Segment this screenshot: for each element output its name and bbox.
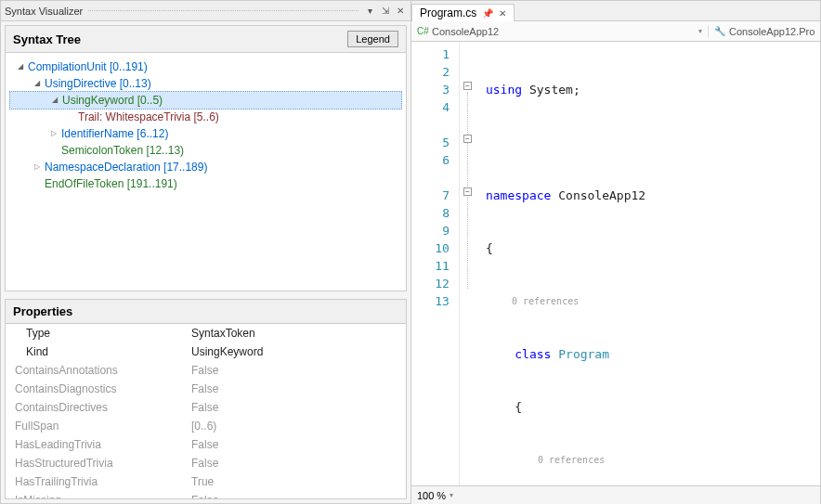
zoom-bar: 100 % ▾ bbox=[411, 485, 820, 504]
tree-node[interactable]: CompilationUnit [0..191) bbox=[9, 58, 402, 75]
tree-node-label: UsingDirective [0..13) bbox=[45, 75, 151, 92]
prop-key: HasLeadingTrivia bbox=[6, 435, 182, 454]
context-member[interactable]: 🔧 ConsoleApp12.Pro bbox=[709, 26, 820, 37]
tree-node-label: CompilationUnit [0..191) bbox=[28, 58, 148, 75]
toggle-icon[interactable] bbox=[15, 61, 26, 72]
tree-node-label: Trail: WhitespaceTrivia [5..6) bbox=[78, 109, 219, 125]
context-bar: C# ConsoleApp12 ▾ 🔧 ConsoleApp12.Pro bbox=[411, 21, 820, 42]
props-body[interactable]: TypeSyntaxTokenKindUsingKeywordContainsA… bbox=[6, 324, 406, 498]
prop-val: False bbox=[182, 380, 406, 398]
tree-node-label: UsingKeyword [0..5) bbox=[62, 92, 163, 109]
tree-node[interactable]: SemicolonToken [12..13) bbox=[9, 142, 402, 159]
code-area[interactable]: using System; namespace ConsoleApp12 { 0… bbox=[480, 42, 820, 485]
prop-row[interactable]: IsMissingFalse bbox=[6, 491, 406, 498]
dropdown-icon[interactable]: ▾ bbox=[364, 5, 377, 18]
prop-key: Type bbox=[6, 324, 182, 342]
tree-node-label: EndOfFileToken [191..191) bbox=[45, 175, 177, 192]
fold-box-icon[interactable]: − bbox=[463, 187, 472, 196]
codelens-references[interactable]: 0 references bbox=[486, 451, 605, 469]
prop-row: TypeSyntaxToken bbox=[6, 324, 406, 342]
props-header: Properties bbox=[6, 300, 406, 324]
tab-label: Program.cs bbox=[420, 6, 476, 19]
toggle-icon[interactable] bbox=[49, 95, 60, 106]
chevron-down-icon[interactable]: ▾ bbox=[450, 491, 453, 499]
csharp-icon: C# bbox=[417, 26, 428, 37]
prop-key: FullSpan bbox=[6, 417, 182, 435]
prop-row[interactable]: FullSpan[0..6) bbox=[6, 417, 406, 435]
prop-key: Kind bbox=[6, 342, 182, 361]
prop-row: KindUsingKeyword bbox=[6, 342, 406, 361]
prop-key: ContainsDirectives bbox=[6, 398, 182, 417]
fold-box-icon[interactable]: − bbox=[463, 82, 472, 90]
properties-section: Properties TypeSyntaxTokenKindUsingKeywo… bbox=[5, 299, 407, 499]
panel-title: Syntax Visualizer bbox=[5, 6, 83, 17]
pin-icon[interactable]: ⇲ bbox=[379, 5, 392, 18]
context-left-label: ConsoleApp12 bbox=[432, 26, 499, 37]
syntax-tree-section: Syntax Tree Legend CompilationUnit [0..1… bbox=[5, 25, 407, 291]
prop-row[interactable]: ContainsDiagnosticsFalse bbox=[6, 380, 406, 398]
prop-row[interactable]: ContainsDirectivesFalse bbox=[6, 398, 406, 417]
tree-node[interactable]: UsingKeyword [0..5) bbox=[9, 91, 402, 110]
toggle-spacer bbox=[48, 145, 59, 156]
prop-val: False bbox=[182, 435, 406, 454]
tree-node-label: IdentifierName [6..12) bbox=[61, 125, 168, 142]
context-right-label: ConsoleApp12.Pro bbox=[729, 26, 814, 37]
tree-title: Syntax Tree bbox=[13, 32, 81, 46]
syntax-visualizer-panel: Syntax Visualizer ▾ ⇲ ✕ Syntax Tree Lege… bbox=[0, 0, 411, 504]
toggle-spacer bbox=[65, 111, 76, 123]
tree-node[interactable]: UsingDirective [0..13) bbox=[9, 75, 402, 92]
codelens-references[interactable]: 0 references bbox=[486, 292, 579, 310]
prop-val: False bbox=[182, 361, 406, 380]
toggle-icon[interactable] bbox=[48, 128, 59, 139]
prop-val: SyntaxToken bbox=[182, 324, 406, 342]
tree-node[interactable]: Trail: WhitespaceTrivia [5..6) bbox=[9, 109, 402, 125]
toggle-spacer bbox=[32, 178, 43, 189]
prop-row[interactable]: HasStructuredTriviaFalse bbox=[6, 454, 406, 472]
props-title: Properties bbox=[13, 304, 72, 318]
tree-node-label: NamespaceDeclaration [17..189) bbox=[45, 159, 207, 175]
legend-button[interactable]: Legend bbox=[347, 31, 398, 47]
close-icon[interactable]: ✕ bbox=[499, 8, 506, 19]
prop-val: True bbox=[182, 472, 406, 491]
prop-val: False bbox=[182, 491, 406, 498]
tree-body[interactable]: CompilationUnit [0..191)UsingDirective [… bbox=[6, 53, 406, 291]
prop-key: ContainsAnnotations bbox=[6, 361, 182, 380]
prop-val: UsingKeyword bbox=[182, 342, 406, 361]
prop-key: HasStructuredTrivia bbox=[6, 454, 182, 472]
file-tab[interactable]: Program.cs 📌 ✕ bbox=[411, 4, 515, 21]
panel-grip[interactable] bbox=[88, 10, 358, 11]
code-editor[interactable]: 1234 56 78910111213 − − − using System; … bbox=[411, 42, 820, 485]
prop-key: ContainsDiagnostics bbox=[6, 380, 182, 398]
tree-node[interactable]: NamespaceDeclaration [17..189) bbox=[9, 159, 402, 175]
context-project[interactable]: C# ConsoleApp12 ▾ bbox=[411, 26, 709, 37]
wrench-icon: 🔧 bbox=[714, 26, 725, 37]
prop-val: False bbox=[182, 398, 406, 417]
prop-val: [0..6) bbox=[182, 417, 406, 435]
prop-key: IsMissing bbox=[6, 491, 182, 498]
line-gutter: 1234 56 78910111213 bbox=[411, 42, 460, 485]
tab-strip: Program.cs 📌 ✕ bbox=[411, 1, 820, 21]
prop-row[interactable]: HasLeadingTriviaFalse bbox=[6, 435, 406, 454]
tree-node[interactable]: EndOfFileToken [191..191) bbox=[9, 175, 402, 192]
pin-icon[interactable]: 📌 bbox=[482, 8, 493, 19]
close-icon[interactable]: ✕ bbox=[394, 5, 407, 18]
chevron-down-icon[interactable]: ▾ bbox=[698, 27, 702, 35]
outline-column[interactable]: − − − bbox=[460, 42, 480, 485]
prop-row[interactable]: HasTrailingTriviaTrue bbox=[6, 472, 406, 491]
toggle-icon[interactable] bbox=[32, 78, 43, 89]
tree-header: Syntax Tree Legend bbox=[6, 26, 406, 53]
props-table: TypeSyntaxTokenKindUsingKeywordContainsA… bbox=[6, 324, 406, 498]
prop-key: HasTrailingTrivia bbox=[6, 472, 182, 491]
tree-node[interactable]: IdentifierName [6..12) bbox=[9, 125, 402, 142]
editor-panel: Program.cs 📌 ✕ C# ConsoleApp12 ▾ 🔧 Conso… bbox=[411, 0, 821, 504]
panel-title-bar: Syntax Visualizer ▾ ⇲ ✕ bbox=[1, 1, 410, 21]
prop-row[interactable]: ContainsAnnotationsFalse bbox=[6, 361, 406, 380]
prop-val: False bbox=[182, 454, 406, 472]
fold-box-icon[interactable]: − bbox=[463, 135, 472, 143]
zoom-label[interactable]: 100 % bbox=[417, 490, 446, 501]
tree-node-label: SemicolonToken [12..13) bbox=[61, 142, 184, 159]
toggle-icon[interactable] bbox=[32, 162, 43, 173]
